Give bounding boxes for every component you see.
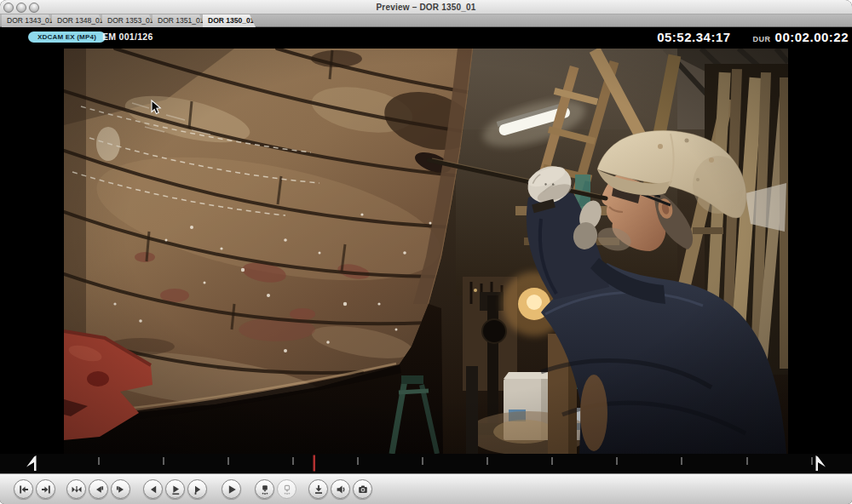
play-icon — [226, 484, 238, 495]
capture-icon — [313, 484, 325, 495]
essence-marks-button[interactable] — [66, 479, 86, 499]
essence-marks-icon — [71, 484, 83, 495]
timeline-scrubber[interactable] — [0, 454, 852, 473]
window-title: Preview – DOR 1350_01 — [376, 3, 475, 12]
video-canvas — [64, 49, 788, 454]
transport-bar — [0, 473, 852, 504]
go-to-end-button[interactable] — [36, 479, 55, 499]
tab-dor-1350-01[interactable]: DOR 1350_01 — [203, 14, 256, 27]
previous-mark-button[interactable] — [89, 479, 108, 499]
duration-label: DUR — [753, 35, 771, 43]
go-to-start-button[interactable] — [14, 479, 33, 499]
snapshot-button[interactable] — [353, 479, 372, 499]
clip-info-bar: XDCAM EX (MP4) EM 001/126 05:52.34:17 DU… — [0, 29, 852, 46]
preview-window: Preview – DOR 1350_01 DOR 1343_01 DOR 13… — [0, 0, 852, 504]
close-icon[interactable] — [3, 3, 14, 13]
duration-value: 00:02.00:22 — [775, 30, 849, 44]
capture-button[interactable] — [308, 479, 328, 499]
audio-button[interactable] — [331, 479, 350, 499]
step-backward-icon — [147, 484, 159, 495]
timeline-ticks — [99, 457, 812, 465]
title-bar: Preview – DOR 1350_01 — [0, 0, 852, 14]
tab-dor-1343-01[interactable]: DOR 1343_01 — [2, 14, 55, 27]
go-to-end-icon — [40, 484, 52, 495]
clip-start-flag-icon[interactable] — [26, 455, 37, 471]
minimize-icon[interactable] — [16, 3, 26, 13]
add-essence-mark-button[interactable] — [255, 479, 274, 499]
zoom-icon[interactable] — [29, 3, 39, 13]
play-from-start-icon — [170, 484, 181, 495]
play-button[interactable] — [222, 479, 241, 499]
tab-dor-1348-01[interactable]: DOR 1348_01 — [52, 14, 105, 27]
next-mark-icon — [115, 484, 127, 495]
format-badge: XDCAM EX (MP4) — [28, 32, 106, 43]
step-forward-icon — [192, 484, 204, 495]
tab-dor-1351-01[interactable]: DOR 1351_01 — [153, 14, 205, 27]
media-area: XDCAM EX (MP4) EM 001/126 05:52.34:17 DU… — [0, 27, 852, 473]
next-mark-button[interactable] — [111, 479, 130, 499]
tab-bar: DOR 1343_01 DOR 1348_01 DOR 1353_01 DOR … — [0, 14, 852, 27]
essence-mark-counter: EM 001/126 — [102, 32, 153, 42]
go-to-start-icon — [18, 484, 30, 495]
essence-mark-list-button[interactable] — [277, 479, 296, 499]
essence-mark-list-icon — [281, 484, 293, 495]
snapshot-icon — [357, 484, 369, 495]
audio-icon — [335, 484, 347, 495]
previous-mark-icon — [93, 484, 105, 495]
playhead[interactable] — [314, 455, 316, 472]
add-essence-mark-icon — [259, 484, 271, 495]
video-frame[interactable] — [64, 49, 788, 454]
step-forward-button[interactable] — [187, 479, 207, 499]
current-timecode: 05:52.34:17 — [657, 30, 730, 44]
tab-dor-1353-01[interactable]: DOR 1353_01 — [102, 14, 155, 27]
step-backward-button[interactable] — [143, 479, 163, 499]
play-from-start-button[interactable] — [165, 479, 185, 499]
clip-end-flag-icon[interactable] — [816, 455, 826, 471]
